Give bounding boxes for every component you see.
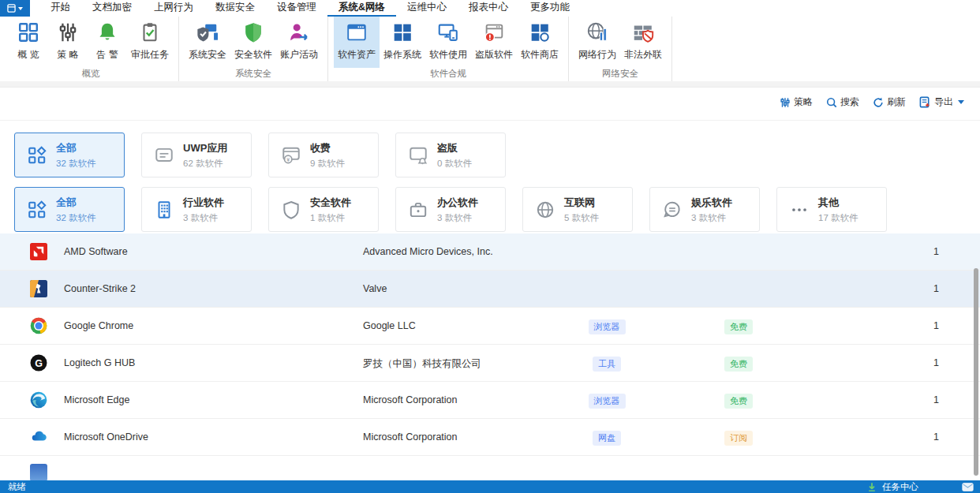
ribbon-item-label: 操作系统 [383,48,421,62]
export-button[interactable]: 导出 [919,95,964,109]
table-row-google-chrome[interactable]: Google Chrome Google LLC 浏览器 免费 1 [0,308,980,345]
grid-diamond-icon [27,145,47,166]
filter-card-security-software[interactable]: 安全软件1 款软件 [268,187,379,232]
app-menu-icon [7,4,16,13]
tab-ops-center[interactable]: 运维中心 [396,0,458,17]
install-count: 1 [933,246,939,257]
ribbon-item-software-assets[interactable]: 软件资产 [334,17,380,68]
category-badge: 浏览器 [589,319,626,334]
ribbon-item-approval-tasks[interactable]: 审批任务 [127,17,173,68]
tab-device-management[interactable]: 设备管理 [266,0,327,17]
filter-cards-row2: 全部32 款软件 行业软件3 款软件 安全软件1 款软件 办公软件3 款软件 互… [14,187,887,232]
tab-data-security[interactable]: 数据安全 [204,0,266,17]
software-table: AMD Software Advanced Micro Devices, Inc… [0,233,980,480]
price-badge: 免费 [724,357,753,372]
ribbon-item-pirated-software[interactable]: 盗版软件 [471,17,517,68]
tab-system-network[interactable]: 系统&网络 [327,0,396,17]
filter-card-paid[interactable]: ¥ 收费9 款软件 [268,133,379,177]
table-row-microsoft-onedrive[interactable]: Microsoft OneDrive Microsoft Corporation… [0,419,980,456]
ribbon-item-policy[interactable]: 策 略 [48,17,88,68]
install-count: 1 [933,320,939,331]
card-title: 娱乐软件 [691,196,732,210]
filter-card-uwp[interactable]: UWP应用62 款软件 [141,133,252,177]
ribbon: 概 览 策 略 告 警 审批任务 概览 [0,17,980,81]
ribbon-bottom-band [0,81,980,88]
price-badge: 订阅 [724,431,753,446]
filter-card-all-categories[interactable]: 全部32 款软件 [14,187,125,232]
card-count: 3 款软件 [183,212,224,224]
search-icon [826,97,837,108]
ribbon-item-label: 盗版软件 [475,48,513,62]
user-arrow-icon [287,21,311,44]
overview-grid-icon [17,21,40,44]
svg-text:¥: ¥ [286,156,290,162]
ribbon-item-operating-system[interactable]: 操作系统 [380,17,425,68]
ribbon-item-system-security[interactable]: 系统安全 [185,17,230,68]
filter-card-office-software[interactable]: 办公软件3 款软件 [395,187,506,232]
ribbon-group-caption: 网络安全 [574,68,666,81]
ribbon-item-account-activity[interactable]: 账户活动 [276,17,322,68]
table-row-amd-software[interactable]: AMD Software Advanced Micro Devices, Inc… [0,233,980,271]
tab-more-features[interactable]: 更多功能 [519,0,581,17]
software-vendor: 罗技（中国）科技有限公司 [363,357,481,371]
tab-report-center[interactable]: 报表中心 [458,0,519,17]
message-tray-icon[interactable] [962,483,974,491]
filter-card-pirated[interactable]: 盗版0 款软件 [395,133,506,177]
search-button[interactable]: 搜索 [826,95,859,109]
sliders-icon [56,21,80,44]
app-icon-partial [30,464,47,480]
export-icon [919,96,931,108]
policy-button[interactable]: 策略 [780,95,813,109]
table-row-microsoft-edge[interactable]: Microsoft Edge Microsoft Corporation 浏览器… [0,382,980,419]
table-row-partial[interactable] [0,456,980,480]
ribbon-item-label: 软件使用 [429,48,467,62]
filter-card-industry-software[interactable]: 行业软件3 款软件 [141,187,252,232]
menu-tabs: 开始 文档加密 上网行为 数据安全 设备管理 系统&网络 运维中心 报表中心 更… [39,0,581,17]
ribbon-item-label: 软件资产 [338,48,376,62]
ribbon-item-label: 系统安全 [189,48,226,62]
card-title: 其他 [818,196,858,210]
card-title: 收费 [310,141,345,155]
filter-card-other[interactable]: 其他17 款软件 [776,187,887,232]
table-row-logitech-g-hub[interactable]: G Logitech G HUB 罗技（中国）科技有限公司 工具 免费 1 [0,345,980,382]
chat-bubble-icon [662,200,683,220]
filter-cards-row1: 全部32 款软件 UWP应用62 款软件 ¥ 收费9 款软件 盗版0 款软件 [14,133,506,177]
filter-card-entertainment-software[interactable]: 娱乐软件3 款软件 [649,187,760,232]
ribbon-item-alert[interactable]: 告 警 [88,17,127,68]
wall-shield-icon [631,21,655,44]
card-title: 全部 [56,141,96,155]
ribbon-item-illegal-connection[interactable]: 非法外联 [620,17,666,68]
task-center-button[interactable]: 任务中心 [882,481,918,493]
card-title: 全部 [56,196,96,210]
ribbon-item-network-behavior[interactable]: 网络行为 [574,17,620,68]
ribbon-item-security-software[interactable]: 安全软件 [230,17,276,68]
card-count: 17 款软件 [818,212,858,224]
ribbon-item-overview[interactable]: 概 览 [9,17,48,68]
tab-doc-encryption[interactable]: 文档加密 [81,0,143,17]
ribbon-item-software-usage[interactable]: 软件使用 [425,17,471,68]
card-count: 32 款软件 [56,158,96,170]
tab-web-behavior[interactable]: 上网行为 [143,0,204,17]
ribbon-item-software-store[interactable]: 软件商店 [517,17,563,68]
card-title: 安全软件 [310,196,351,210]
shield-outline-icon [281,200,301,220]
svg-text:G: G [35,358,43,369]
window-bell-icon [408,145,428,166]
card-title: 盗版 [437,141,472,155]
menubar: 开始 文档加密 上网行为 数据安全 设备管理 系统&网络 运维中心 报表中心 更… [0,0,980,17]
ribbon-item-label: 软件商店 [521,48,559,62]
filter-card-internet[interactable]: 互联网5 款软件 [522,187,633,232]
ribbon-item-label: 审批任务 [131,48,169,62]
building-icon [154,200,174,220]
install-count: 1 [933,431,939,443]
refresh-button[interactable]: 刷新 [873,95,906,109]
ribbon-group-caption: 系统安全 [185,68,322,81]
windows-squares-icon [391,21,414,44]
filter-card-all[interactable]: 全部32 款软件 [14,133,125,177]
tab-start[interactable]: 开始 [39,0,81,17]
uwp-card-icon [154,145,174,166]
app-menu-button[interactable] [0,0,30,17]
table-row-counter-strike-2[interactable]: Counter-Strike 2 Valve 1 [0,271,980,308]
vertical-scrollbar[interactable] [974,268,978,476]
cs2-icon [30,280,47,297]
